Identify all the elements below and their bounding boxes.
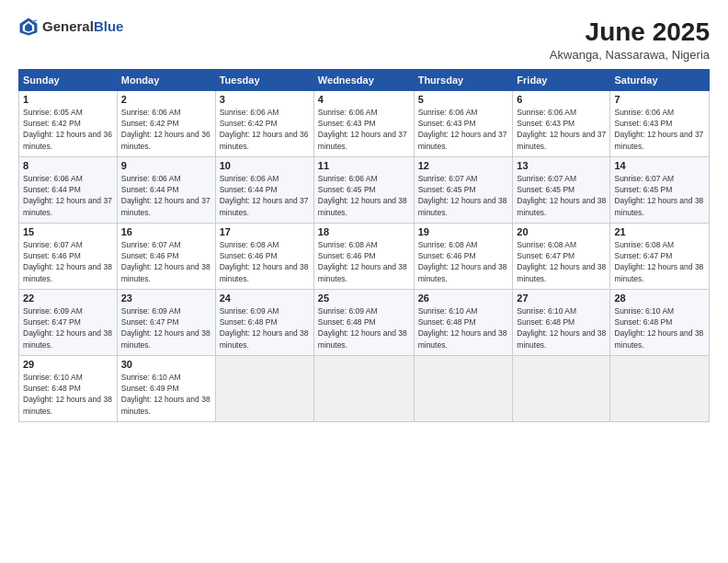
table-cell — [414, 355, 513, 421]
logo-icon — [18, 17, 39, 37]
day-info: Sunrise: 6:10 AM Sunset: 6:48 PM Dayligh… — [23, 372, 113, 417]
table-cell: 18Sunrise: 6:08 AM Sunset: 6:46 PM Dayli… — [313, 223, 414, 289]
day-number: 26 — [418, 293, 509, 304]
col-tuesday: Tuesday — [215, 69, 313, 90]
day-number: 22 — [23, 293, 113, 304]
logo-blue: Blue — [94, 19, 124, 35]
day-number: 7 — [614, 94, 705, 105]
day-number: 30 — [121, 359, 211, 370]
day-info: Sunrise: 6:09 AM Sunset: 6:47 PM Dayligh… — [121, 305, 211, 350]
day-info: Sunrise: 6:10 AM Sunset: 6:48 PM Dayligh… — [517, 305, 606, 350]
day-number: 27 — [517, 293, 606, 304]
table-cell: 21Sunrise: 6:08 AM Sunset: 6:47 PM Dayli… — [610, 223, 710, 289]
table-cell: 1Sunrise: 6:05 AM Sunset: 6:42 PM Daylig… — [19, 90, 118, 156]
table-cell: 13Sunrise: 6:07 AM Sunset: 6:45 PM Dayli… — [513, 156, 610, 223]
day-info: Sunrise: 6:08 AM Sunset: 6:46 PM Dayligh… — [418, 239, 509, 284]
table-week-row: 22Sunrise: 6:09 AM Sunset: 6:47 PM Dayli… — [19, 289, 710, 355]
day-number: 29 — [23, 359, 113, 370]
table-cell: 23Sunrise: 6:09 AM Sunset: 6:47 PM Dayli… — [117, 289, 215, 355]
table-cell: 20Sunrise: 6:08 AM Sunset: 6:47 PM Dayli… — [513, 223, 610, 289]
col-thursday: Thursday — [414, 69, 513, 90]
table-week-row: 29Sunrise: 6:10 AM Sunset: 6:48 PM Dayli… — [19, 355, 710, 421]
day-number: 14 — [614, 160, 705, 171]
day-number: 10 — [220, 160, 310, 171]
day-number: 16 — [121, 226, 211, 237]
table-week-row: 15Sunrise: 6:07 AM Sunset: 6:46 PM Dayli… — [19, 223, 710, 289]
day-info: Sunrise: 6:07 AM Sunset: 6:45 PM Dayligh… — [614, 173, 705, 218]
day-number: 24 — [220, 293, 310, 304]
table-cell: 11Sunrise: 6:06 AM Sunset: 6:45 PM Dayli… — [313, 156, 414, 223]
col-sunday: Sunday — [19, 69, 118, 90]
table-cell: 3Sunrise: 6:06 AM Sunset: 6:42 PM Daylig… — [215, 90, 313, 156]
calendar-title: June 2025 — [550, 17, 710, 48]
table-cell: 27Sunrise: 6:10 AM Sunset: 6:48 PM Dayli… — [513, 289, 610, 355]
day-info: Sunrise: 6:08 AM Sunset: 6:46 PM Dayligh… — [220, 239, 310, 284]
table-cell: 9Sunrise: 6:06 AM Sunset: 6:44 PM Daylig… — [117, 156, 215, 223]
col-wednesday: Wednesday — [313, 69, 414, 90]
logo-general: General — [42, 19, 94, 35]
day-number: 28 — [614, 293, 705, 304]
day-number: 25 — [318, 293, 410, 304]
table-cell: 30Sunrise: 6:10 AM Sunset: 6:49 PM Dayli… — [117, 355, 215, 421]
table-cell: 5Sunrise: 6:06 AM Sunset: 6:43 PM Daylig… — [414, 90, 513, 156]
day-info: Sunrise: 6:06 AM Sunset: 6:44 PM Dayligh… — [220, 173, 310, 218]
day-info: Sunrise: 6:09 AM Sunset: 6:47 PM Dayligh… — [23, 305, 113, 350]
table-cell: 29Sunrise: 6:10 AM Sunset: 6:48 PM Dayli… — [19, 355, 118, 421]
table-week-row: 8Sunrise: 6:06 AM Sunset: 6:44 PM Daylig… — [19, 156, 710, 223]
table-cell — [313, 355, 414, 421]
day-number: 20 — [517, 226, 606, 237]
day-info: Sunrise: 6:06 AM Sunset: 6:42 PM Dayligh… — [121, 107, 211, 152]
table-week-row: 1Sunrise: 6:05 AM Sunset: 6:42 PM Daylig… — [19, 90, 710, 156]
day-number: 11 — [318, 160, 410, 171]
day-info: Sunrise: 6:06 AM Sunset: 6:43 PM Dayligh… — [418, 107, 509, 152]
table-cell: 22Sunrise: 6:09 AM Sunset: 6:47 PM Dayli… — [19, 289, 118, 355]
day-info: Sunrise: 6:07 AM Sunset: 6:46 PM Dayligh… — [121, 239, 211, 284]
table-cell — [215, 355, 313, 421]
logo-text: GeneralBlue — [42, 19, 123, 35]
table-cell: 14Sunrise: 6:07 AM Sunset: 6:45 PM Dayli… — [610, 156, 710, 223]
table-cell: 6Sunrise: 6:06 AM Sunset: 6:43 PM Daylig… — [513, 90, 610, 156]
day-number: 2 — [121, 94, 211, 105]
day-info: Sunrise: 6:08 AM Sunset: 6:46 PM Dayligh… — [318, 239, 410, 284]
table-cell — [610, 355, 710, 421]
logo: GeneralBlue — [18, 17, 123, 37]
table-cell: 4Sunrise: 6:06 AM Sunset: 6:43 PM Daylig… — [313, 90, 414, 156]
day-info: Sunrise: 6:07 AM Sunset: 6:45 PM Dayligh… — [517, 173, 606, 218]
day-info: Sunrise: 6:05 AM Sunset: 6:42 PM Dayligh… — [23, 107, 113, 152]
day-number: 19 — [418, 226, 509, 237]
table-cell: 24Sunrise: 6:09 AM Sunset: 6:48 PM Dayli… — [215, 289, 313, 355]
table-header-row: Sunday Monday Tuesday Wednesday Thursday… — [19, 69, 710, 90]
day-number: 1 — [23, 94, 113, 105]
calendar-subtitle: Akwanga, Nassarawa, Nigeria — [550, 48, 710, 62]
day-info: Sunrise: 6:07 AM Sunset: 6:46 PM Dayligh… — [23, 239, 113, 284]
day-info: Sunrise: 6:09 AM Sunset: 6:48 PM Dayligh… — [220, 305, 310, 350]
day-info: Sunrise: 6:06 AM Sunset: 6:44 PM Dayligh… — [23, 173, 113, 218]
day-number: 4 — [318, 94, 410, 105]
day-number: 17 — [220, 226, 310, 237]
day-number: 13 — [517, 160, 606, 171]
day-info: Sunrise: 6:08 AM Sunset: 6:47 PM Dayligh… — [614, 239, 705, 284]
day-info: Sunrise: 6:09 AM Sunset: 6:48 PM Dayligh… — [318, 305, 410, 350]
table-cell: 15Sunrise: 6:07 AM Sunset: 6:46 PM Dayli… — [19, 223, 118, 289]
day-info: Sunrise: 6:10 AM Sunset: 6:49 PM Dayligh… — [121, 372, 211, 417]
col-monday: Monday — [117, 69, 215, 90]
day-info: Sunrise: 6:10 AM Sunset: 6:48 PM Dayligh… — [418, 305, 509, 350]
header: GeneralBlue June 2025 Akwanga, Nassarawa… — [18, 17, 710, 62]
title-block: June 2025 Akwanga, Nassarawa, Nigeria — [550, 17, 710, 62]
table-cell: 10Sunrise: 6:06 AM Sunset: 6:44 PM Dayli… — [215, 156, 313, 223]
calendar-table: Sunday Monday Tuesday Wednesday Thursday… — [18, 69, 710, 422]
table-cell: 25Sunrise: 6:09 AM Sunset: 6:48 PM Dayli… — [313, 289, 414, 355]
table-cell — [513, 355, 610, 421]
day-info: Sunrise: 6:08 AM Sunset: 6:47 PM Dayligh… — [517, 239, 606, 284]
day-number: 23 — [121, 293, 211, 304]
day-info: Sunrise: 6:06 AM Sunset: 6:43 PM Dayligh… — [614, 107, 705, 152]
day-number: 9 — [121, 160, 211, 171]
table-cell: 8Sunrise: 6:06 AM Sunset: 6:44 PM Daylig… — [19, 156, 118, 223]
table-cell: 12Sunrise: 6:07 AM Sunset: 6:45 PM Dayli… — [414, 156, 513, 223]
day-info: Sunrise: 6:06 AM Sunset: 6:43 PM Dayligh… — [318, 107, 410, 152]
day-number: 6 — [517, 94, 606, 105]
day-info: Sunrise: 6:10 AM Sunset: 6:48 PM Dayligh… — [614, 305, 705, 350]
day-info: Sunrise: 6:06 AM Sunset: 6:43 PM Dayligh… — [517, 107, 606, 152]
day-number: 12 — [418, 160, 509, 171]
day-number: 18 — [318, 226, 410, 237]
